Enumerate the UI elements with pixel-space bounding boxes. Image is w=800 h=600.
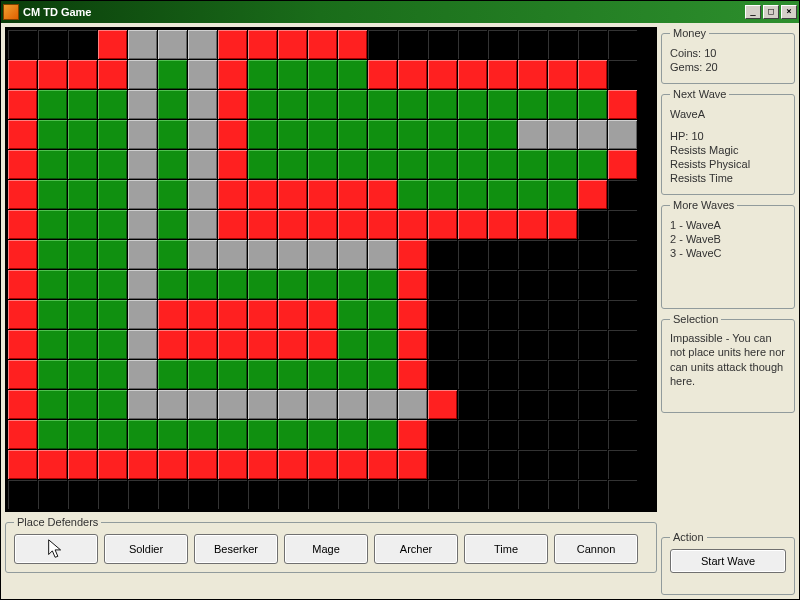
map-tile[interactable] [128, 450, 158, 480]
map-tile[interactable] [98, 150, 128, 180]
map-tile[interactable] [428, 120, 458, 150]
map-tile[interactable] [518, 450, 548, 480]
map-tile[interactable] [38, 420, 68, 450]
map-tile[interactable] [398, 150, 428, 180]
map-tile[interactable] [188, 90, 218, 120]
map-tile[interactable] [218, 480, 248, 510]
map-tile[interactable] [428, 480, 458, 510]
map-tile[interactable] [68, 360, 98, 390]
map-tile[interactable] [578, 180, 608, 210]
map-tile[interactable] [338, 180, 368, 210]
map-tile[interactable] [98, 180, 128, 210]
map-tile[interactable] [368, 480, 398, 510]
map-tile[interactable] [98, 360, 128, 390]
map-tile[interactable] [428, 300, 458, 330]
map-tile[interactable] [128, 180, 158, 210]
map-tile[interactable] [158, 360, 188, 390]
map-tile[interactable] [578, 450, 608, 480]
map-tile[interactable] [278, 270, 308, 300]
map-tile[interactable] [308, 150, 338, 180]
map-tile[interactable] [338, 240, 368, 270]
map-tile[interactable] [68, 30, 98, 60]
map-tile[interactable] [548, 30, 578, 60]
map-tile[interactable] [8, 330, 38, 360]
map-tile[interactable] [38, 60, 68, 90]
map-tile[interactable] [68, 480, 98, 510]
map-tile[interactable] [308, 390, 338, 420]
map-tile[interactable] [128, 120, 158, 150]
map-tile[interactable] [548, 90, 578, 120]
map-tile[interactable] [398, 30, 428, 60]
map-tile[interactable] [458, 240, 488, 270]
map-tile[interactable] [278, 30, 308, 60]
map-tile[interactable] [98, 300, 128, 330]
map-tile[interactable] [428, 60, 458, 90]
map-tile[interactable] [578, 360, 608, 390]
map-tile[interactable] [458, 120, 488, 150]
map-tile[interactable] [158, 120, 188, 150]
start-wave-button[interactable]: Start Wave [670, 549, 786, 573]
map-tile[interactable] [38, 150, 68, 180]
beserker-button[interactable]: Beserker [194, 534, 278, 564]
map-tile[interactable] [428, 180, 458, 210]
map-tile[interactable] [458, 480, 488, 510]
map-tile[interactable] [488, 390, 518, 420]
map-tile[interactable] [578, 30, 608, 60]
map-tile[interactable] [8, 120, 38, 150]
map-tile[interactable] [98, 480, 128, 510]
map-tile[interactable] [578, 120, 608, 150]
map-tile[interactable] [8, 240, 38, 270]
map-tile[interactable] [8, 480, 38, 510]
map-tile[interactable] [218, 210, 248, 240]
map-tile[interactable] [8, 150, 38, 180]
map-tile[interactable] [188, 480, 218, 510]
map-tile[interactable] [548, 270, 578, 300]
map-tile[interactable] [218, 90, 248, 120]
map-tile[interactable] [8, 420, 38, 450]
map-tile[interactable] [68, 240, 98, 270]
map-tile[interactable] [68, 270, 98, 300]
map-tile[interactable] [38, 480, 68, 510]
map-tile[interactable] [218, 390, 248, 420]
map-tile[interactable] [608, 450, 638, 480]
map-tile[interactable] [8, 270, 38, 300]
map-tile[interactable] [308, 450, 338, 480]
map-tile[interactable] [248, 480, 278, 510]
map-tile[interactable] [368, 240, 398, 270]
map-tile[interactable] [158, 390, 188, 420]
map-tile[interactable] [548, 150, 578, 180]
map-tile[interactable] [458, 150, 488, 180]
map-tile[interactable] [158, 240, 188, 270]
map-tile[interactable] [38, 360, 68, 390]
map-tile[interactable] [248, 240, 278, 270]
map-tile[interactable] [278, 150, 308, 180]
map-tile[interactable] [398, 120, 428, 150]
map-tile[interactable] [98, 30, 128, 60]
map-tile[interactable] [548, 330, 578, 360]
map-tile[interactable] [158, 330, 188, 360]
map-tile[interactable] [158, 30, 188, 60]
mage-button[interactable]: Mage [284, 534, 368, 564]
map-tile[interactable] [368, 450, 398, 480]
map-tile[interactable] [488, 210, 518, 240]
map-tile[interactable] [548, 450, 578, 480]
map-tile[interactable] [218, 120, 248, 150]
map-tile[interactable] [158, 150, 188, 180]
map-tile[interactable] [38, 390, 68, 420]
map-tile[interactable] [248, 150, 278, 180]
map-tile[interactable] [218, 360, 248, 390]
map-tile[interactable] [248, 330, 278, 360]
map-tile[interactable] [608, 210, 638, 240]
map-tile[interactable] [548, 180, 578, 210]
map-tile[interactable] [128, 390, 158, 420]
map-tile[interactable] [338, 150, 368, 180]
map-tile[interactable] [368, 90, 398, 120]
map-tile[interactable] [488, 480, 518, 510]
map-tile[interactable] [68, 180, 98, 210]
map-tile[interactable] [338, 60, 368, 90]
map-tile[interactable] [218, 60, 248, 90]
map-tile[interactable] [368, 210, 398, 240]
map-tile[interactable] [428, 360, 458, 390]
map-tile[interactable] [368, 420, 398, 450]
map-tile[interactable] [548, 300, 578, 330]
